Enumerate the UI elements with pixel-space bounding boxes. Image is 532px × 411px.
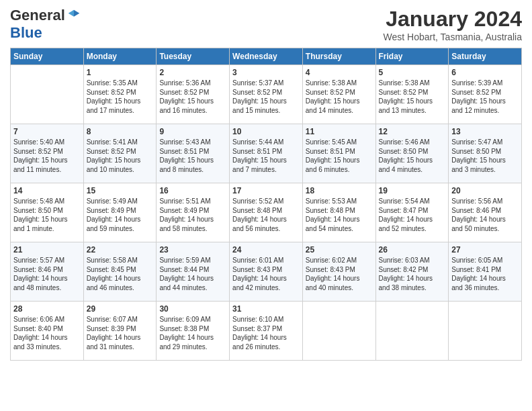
day-number: 2 (159, 68, 226, 77)
calendar-cell: 28Sunrise: 6:06 AMSunset: 8:40 PMDayligh… (11, 302, 84, 361)
calendar-cell (375, 302, 449, 361)
cell-content: Sunrise: 5:46 AMSunset: 8:50 PMDaylight:… (379, 138, 446, 174)
calendar-cell: 1Sunrise: 5:35 AMSunset: 8:52 PMDaylight… (83, 65, 157, 124)
day-number: 7 (13, 127, 81, 136)
day-number: 15 (87, 186, 154, 195)
cell-content: Sunrise: 5:52 AMSunset: 8:48 PMDaylight:… (232, 197, 300, 233)
cell-content: Sunrise: 5:53 AMSunset: 8:48 PMDaylight:… (306, 197, 373, 233)
day-number: 12 (379, 127, 446, 136)
calendar-cell: 18Sunrise: 5:53 AMSunset: 8:48 PMDayligh… (302, 183, 375, 242)
month-title: January 2024 (384, 7, 522, 32)
col-thursday: Thursday (302, 48, 375, 65)
day-number: 26 (379, 245, 446, 255)
day-number: 17 (232, 186, 300, 195)
logo-general-text: General (10, 7, 65, 24)
cell-content: Sunrise: 6:07 AMSunset: 8:39 PMDaylight:… (87, 315, 154, 351)
day-number: 23 (159, 245, 226, 255)
cell-content: Sunrise: 5:38 AMSunset: 8:52 PMDaylight:… (379, 79, 446, 115)
day-number: 11 (306, 127, 373, 136)
cell-content: Sunrise: 5:39 AMSunset: 8:52 PMDaylight:… (451, 79, 519, 115)
col-saturday: Saturday (449, 48, 522, 65)
day-number: 8 (87, 127, 154, 136)
day-number: 5 (379, 68, 446, 77)
calendar-cell: 13Sunrise: 5:47 AMSunset: 8:50 PMDayligh… (449, 124, 522, 183)
day-number: 14 (13, 186, 81, 195)
calendar-cell: 10Sunrise: 5:44 AMSunset: 8:51 PMDayligh… (230, 124, 303, 183)
day-number: 9 (159, 127, 226, 136)
day-number: 21 (13, 245, 81, 255)
cell-content: Sunrise: 5:45 AMSunset: 8:51 PMDaylight:… (306, 138, 373, 174)
col-friday: Friday (375, 48, 449, 65)
day-number: 18 (306, 186, 373, 195)
day-number: 30 (159, 304, 226, 314)
calendar-cell: 17Sunrise: 5:52 AMSunset: 8:48 PMDayligh… (230, 183, 303, 242)
cell-content: Sunrise: 5:56 AMSunset: 8:46 PMDaylight:… (451, 197, 519, 233)
calendar-cell: 14Sunrise: 5:48 AMSunset: 8:50 PMDayligh… (11, 183, 84, 242)
calendar-cell (11, 65, 84, 124)
day-number: 6 (451, 68, 519, 77)
cell-content: Sunrise: 6:09 AMSunset: 8:38 PMDaylight:… (159, 315, 226, 351)
calendar-cell: 27Sunrise: 6:05 AMSunset: 8:41 PMDayligh… (449, 242, 522, 302)
cell-content: Sunrise: 5:57 AMSunset: 8:46 PMDaylight:… (13, 256, 81, 292)
day-number: 28 (13, 304, 81, 314)
cell-content: Sunrise: 5:49 AMSunset: 8:49 PMDaylight:… (87, 197, 154, 233)
calendar-cell: 12Sunrise: 5:46 AMSunset: 8:50 PMDayligh… (375, 124, 449, 183)
calendar-cell: 2Sunrise: 5:36 AMSunset: 8:52 PMDaylight… (157, 65, 230, 124)
location: West Hobart, Tasmania, Australia (384, 32, 522, 42)
logo-blue-text: Blue (10, 24, 42, 42)
calendar-cell: 22Sunrise: 5:58 AMSunset: 8:45 PMDayligh… (83, 242, 157, 302)
cell-content: Sunrise: 5:35 AMSunset: 8:52 PMDaylight:… (87, 79, 154, 115)
day-number: 10 (232, 127, 300, 136)
day-number: 29 (87, 304, 154, 314)
calendar-cell: 23Sunrise: 5:59 AMSunset: 8:44 PMDayligh… (157, 242, 230, 302)
day-number: 25 (306, 245, 373, 255)
cell-content: Sunrise: 6:10 AMSunset: 8:37 PMDaylight:… (232, 315, 300, 351)
day-number: 13 (451, 127, 519, 136)
cell-content: Sunrise: 5:41 AMSunset: 8:52 PMDaylight:… (87, 138, 154, 174)
cell-content: Sunrise: 6:03 AMSunset: 8:42 PMDaylight:… (379, 256, 446, 292)
page: General Blue January 2024 West Hobart, T… (0, 0, 532, 411)
col-sunday: Sunday (11, 48, 84, 65)
cell-content: Sunrise: 5:43 AMSunset: 8:51 PMDaylight:… (159, 138, 226, 174)
cell-content: Sunrise: 5:36 AMSunset: 8:52 PMDaylight:… (159, 79, 226, 115)
calendar-cell (302, 302, 375, 361)
col-monday: Monday (83, 48, 157, 65)
day-number: 20 (451, 186, 519, 195)
calendar-cell: 29Sunrise: 6:07 AMSunset: 8:39 PMDayligh… (83, 302, 157, 361)
calendar-cell: 8Sunrise: 5:41 AMSunset: 8:52 PMDaylight… (83, 124, 157, 183)
calendar-cell: 30Sunrise: 6:09 AMSunset: 8:38 PMDayligh… (157, 302, 230, 361)
calendar-cell: 11Sunrise: 5:45 AMSunset: 8:51 PMDayligh… (302, 124, 375, 183)
week-row-1: 1Sunrise: 5:35 AMSunset: 8:52 PMDaylight… (11, 65, 522, 124)
cell-content: Sunrise: 6:05 AMSunset: 8:41 PMDaylight:… (451, 256, 519, 292)
day-number: 27 (451, 245, 519, 255)
col-tuesday: Tuesday (157, 48, 230, 65)
calendar-cell: 31Sunrise: 6:10 AMSunset: 8:37 PMDayligh… (230, 302, 303, 361)
cell-content: Sunrise: 5:54 AMSunset: 8:47 PMDaylight:… (379, 197, 446, 233)
col-wednesday: Wednesday (230, 48, 303, 65)
calendar-cell (449, 302, 522, 361)
day-number: 19 (379, 186, 446, 195)
header: General Blue January 2024 West Hobart, T… (10, 7, 522, 42)
cell-content: Sunrise: 5:40 AMSunset: 8:52 PMDaylight:… (13, 138, 81, 174)
cell-content: Sunrise: 5:37 AMSunset: 8:52 PMDaylight:… (232, 79, 300, 115)
calendar-cell: 5Sunrise: 5:38 AMSunset: 8:52 PMDaylight… (375, 65, 449, 124)
cell-content: Sunrise: 5:59 AMSunset: 8:44 PMDaylight:… (159, 256, 226, 292)
cell-content: Sunrise: 6:06 AMSunset: 8:40 PMDaylight:… (13, 315, 81, 351)
calendar-cell: 25Sunrise: 6:02 AMSunset: 8:43 PMDayligh… (302, 242, 375, 302)
cell-content: Sunrise: 5:48 AMSunset: 8:50 PMDaylight:… (13, 197, 81, 233)
calendar-cell: 19Sunrise: 5:54 AMSunset: 8:47 PMDayligh… (375, 183, 449, 242)
calendar-cell: 26Sunrise: 6:03 AMSunset: 8:42 PMDayligh… (375, 242, 449, 302)
week-row-3: 14Sunrise: 5:48 AMSunset: 8:50 PMDayligh… (11, 183, 522, 242)
day-number: 1 (87, 68, 154, 77)
header-row: Sunday Monday Tuesday Wednesday Thursday… (11, 48, 522, 65)
cell-content: Sunrise: 6:02 AMSunset: 8:43 PMDaylight:… (306, 256, 373, 292)
calendar-cell: 4Sunrise: 5:38 AMSunset: 8:52 PMDaylight… (302, 65, 375, 124)
calendar-table: Sunday Monday Tuesday Wednesday Thursday… (10, 48, 522, 361)
day-number: 31 (232, 304, 300, 314)
svg-marker-0 (74, 10, 79, 17)
cell-content: Sunrise: 5:44 AMSunset: 8:51 PMDaylight:… (232, 138, 300, 174)
calendar-cell: 15Sunrise: 5:49 AMSunset: 8:49 PMDayligh… (83, 183, 157, 242)
cell-content: Sunrise: 5:58 AMSunset: 8:45 PMDaylight:… (87, 256, 154, 292)
week-row-5: 28Sunrise: 6:06 AMSunset: 8:40 PMDayligh… (11, 302, 522, 361)
calendar-cell: 7Sunrise: 5:40 AMSunset: 8:52 PMDaylight… (11, 124, 84, 183)
